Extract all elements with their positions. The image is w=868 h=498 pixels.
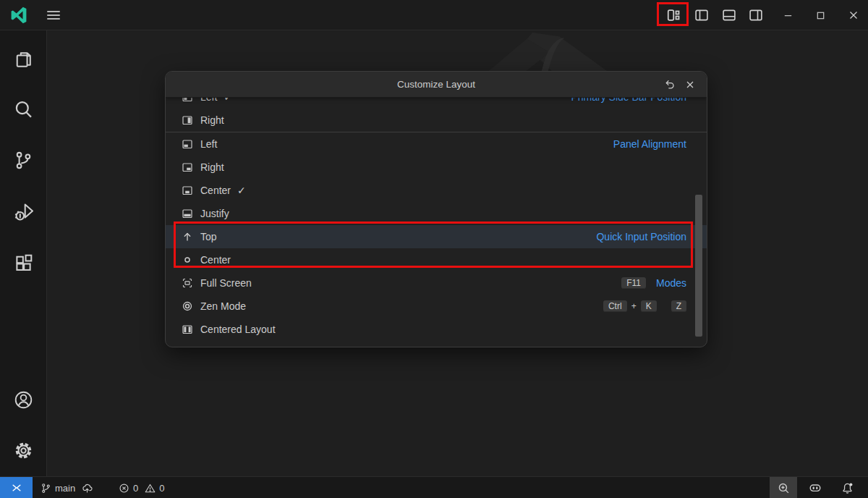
warning-count: 0	[159, 483, 164, 494]
option-quick-input-top[interactable]: Top Quick Input Position	[166, 225, 707, 248]
zoom-status-item[interactable]	[770, 477, 797, 498]
option-quick-input-center[interactable]: Center	[166, 248, 707, 271]
option-centered-layout[interactable]: Centered Layout	[166, 318, 707, 341]
minimize-button[interactable]	[772, 0, 804, 30]
section-label-modes: Modes	[656, 277, 686, 289]
extensions-icon[interactable]	[0, 245, 46, 280]
warnings-icon	[145, 483, 156, 494]
bell-dot-icon	[841, 482, 854, 494]
section-label-quick-input-position: Quick Input Position	[596, 231, 686, 242]
dialog-header: Customize Layout	[166, 72, 707, 98]
search-icon[interactable]	[0, 92, 46, 127]
dialog-scrollbar[interactable]	[695, 195, 702, 337]
option-panel-justify[interactable]: Justify	[166, 202, 707, 225]
key-plus: +	[631, 301, 637, 311]
run-debug-icon[interactable]	[0, 193, 46, 228]
section-label-primary-side-bar: Primary Side Bar Position	[571, 98, 686, 103]
remote-indicator[interactable]	[0, 477, 33, 498]
option-sidebar-right[interactable]: Right	[166, 109, 707, 132]
option-label: Left	[200, 138, 217, 150]
layout-sidebar-right-icon	[182, 114, 193, 126]
circle-small-icon	[182, 254, 193, 266]
git-branch-icon	[41, 483, 51, 494]
section-label-panel-alignment: Panel Alignment	[613, 138, 686, 150]
branch-status-item[interactable]: main	[38, 477, 95, 498]
checkmark: ✓	[224, 98, 232, 103]
option-panel-center[interactable]: Center ✓	[166, 179, 707, 202]
copilot-status-item[interactable]	[803, 477, 827, 498]
panel-align-right-icon	[182, 161, 193, 173]
option-panel-right[interactable]: Right	[166, 156, 707, 179]
zoom-in-icon	[778, 482, 790, 494]
option-label: Centered Layout	[200, 324, 276, 335]
option-zen-mode[interactable]: Zen Mode Ctrl + K Z	[166, 295, 707, 318]
key-ctrl: Ctrl	[603, 300, 627, 312]
errors-icon	[119, 483, 129, 494]
layout-sidebar-left-icon	[182, 98, 193, 103]
option-panel-left[interactable]: Left Panel Alignment	[166, 132, 707, 156]
panel-align-left-icon	[182, 138, 193, 150]
account-icon[interactable]	[0, 382, 46, 417]
key-f11: F11	[621, 277, 646, 289]
customize-layout-icon[interactable]	[664, 6, 683, 25]
source-control-icon[interactable]	[0, 143, 46, 177]
option-full-screen[interactable]: Full Screen F11 Modes	[166, 271, 707, 295]
error-count: 0	[133, 483, 138, 494]
vscode-window: Customize Layout Left ✓ Primary Side Bar…	[0, 0, 868, 498]
key-z: Z	[671, 300, 686, 312]
toggle-primary-sidebar-icon[interactable]	[692, 6, 711, 25]
centered-layout-icon	[182, 324, 193, 335]
option-label: Justify	[200, 208, 229, 219]
panel-align-justify-icon	[182, 208, 193, 219]
dialog-title: Customize Layout	[166, 72, 707, 98]
screen-full-icon	[182, 277, 193, 289]
maximize-button[interactable]	[804, 0, 836, 30]
option-label: Top	[200, 231, 217, 242]
arrow-up-icon	[182, 231, 193, 242]
option-label: Full Screen	[200, 277, 252, 289]
dialog-option-list: Left ✓ Primary Side Bar Position Right L…	[166, 98, 707, 341]
dialog-close-icon[interactable]	[682, 77, 698, 93]
option-sidebar-left[interactable]: Left ✓ Primary Side Bar Position	[166, 98, 707, 109]
target-icon	[182, 300, 193, 312]
option-label: Center	[200, 185, 231, 196]
close-button[interactable]	[838, 0, 868, 30]
clipped-row-wrap: Left ✓ Primary Side Bar Position	[166, 98, 707, 109]
keybinding-group: F11	[621, 277, 646, 289]
panel-align-center-icon	[182, 185, 193, 196]
branch-name: main	[55, 483, 75, 494]
notifications-status-item[interactable]	[833, 477, 861, 498]
toggle-secondary-sidebar-icon[interactable]	[746, 6, 765, 25]
option-label: Right	[200, 161, 224, 173]
settings-gear-icon[interactable]	[0, 433, 46, 468]
activity-bar	[0, 30, 47, 476]
reset-layout-icon[interactable]	[662, 77, 678, 93]
key-k: K	[641, 300, 657, 312]
keybinding-group: Ctrl + K Z	[603, 300, 686, 312]
option-label: Zen Mode	[200, 300, 246, 312]
option-label: Right	[200, 114, 224, 126]
option-label: Center	[200, 254, 231, 266]
customize-layout-dialog: Customize Layout Left ✓ Primary Side Bar…	[165, 71, 707, 347]
vscode-logo-icon	[9, 6, 28, 25]
cloud-sync-icon	[82, 483, 93, 494]
copilot-icon	[809, 481, 822, 494]
problems-status-item[interactable]: 0 0	[116, 477, 167, 498]
status-bar: main 0 0	[0, 476, 868, 498]
checkmark: ✓	[237, 185, 246, 196]
toggle-panel-icon[interactable]	[720, 6, 739, 25]
explorer-icon[interactable]	[0, 42, 46, 77]
title-bar	[0, 0, 868, 30]
option-label: Left	[200, 98, 217, 103]
menu-hamburger-icon[interactable]	[43, 7, 64, 23]
